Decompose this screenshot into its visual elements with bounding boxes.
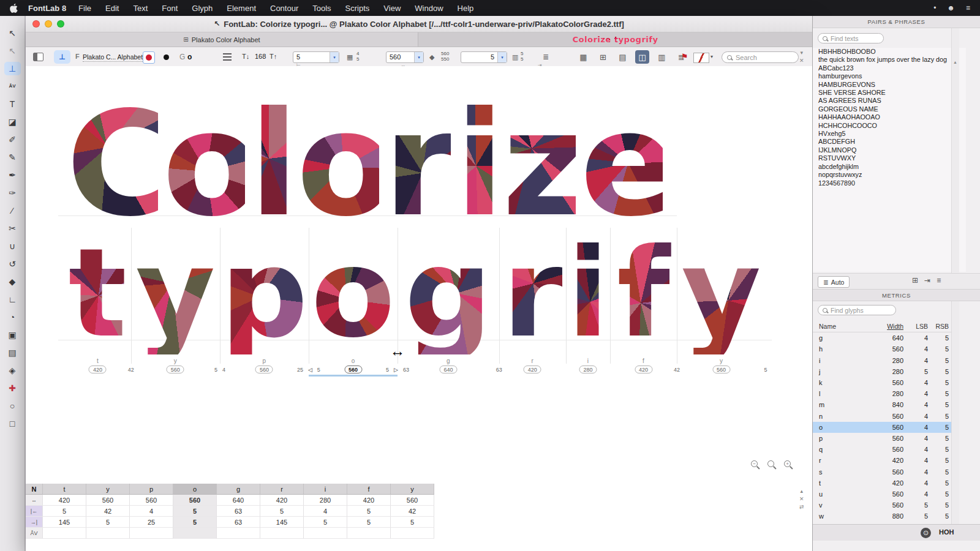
gt-row-t[interactable]: t42045 bbox=[813, 478, 951, 489]
glyph-r-row2[interactable]: r bbox=[499, 232, 566, 354]
menu-view[interactable]: View bbox=[383, 4, 401, 13]
chevron-down-icon[interactable]: ▾ bbox=[330, 52, 339, 62]
sidebar-toggle-icon[interactable] bbox=[33, 53, 43, 61]
bt-value-cell[interactable]: 145 bbox=[43, 517, 86, 528]
window-titlebar[interactable]: ↖ FontLab: Colorize typogri... @ Plakato… bbox=[26, 16, 812, 32]
pages-tool[interactable]: ▤ bbox=[4, 346, 21, 359]
text-size-up-icon[interactable]: T↑ bbox=[270, 53, 277, 60]
zoom-level-combo[interactable]: 5 ▾ bbox=[293, 51, 339, 63]
flag-icon[interactable]: ⚑ bbox=[681, 52, 688, 61]
transform-tool[interactable]: ▣ bbox=[4, 328, 21, 342]
gt-column-header-width[interactable]: Width bbox=[867, 323, 903, 330]
gt-row-j[interactable]: j28055 bbox=[813, 366, 951, 377]
metric-width-badge[interactable]: 560 bbox=[712, 365, 730, 373]
scroll-up-icon[interactable]: ▲ bbox=[953, 60, 957, 64]
phrase-item[interactable]: the quick brown fox jumps over the lazy … bbox=[813, 56, 966, 64]
bt-value-cell[interactable] bbox=[391, 528, 434, 539]
apple-icon[interactable] bbox=[10, 4, 18, 13]
bt-column-header-y[interactable]: y bbox=[391, 484, 434, 495]
pin-tool[interactable]: ✚ bbox=[4, 381, 21, 395]
bt-value-cell[interactable]: 5 bbox=[260, 506, 304, 517]
pencil-tool[interactable]: ✎ bbox=[4, 151, 21, 164]
bt-value-cell[interactable] bbox=[347, 528, 391, 539]
gt-row-q[interactable]: q56045 bbox=[813, 444, 951, 455]
bt-value-cell[interactable]: 5 bbox=[173, 506, 217, 517]
phrase-item[interactable]: HAMBURGEVONS bbox=[813, 81, 966, 89]
glyph-y-row2[interactable]: y bbox=[677, 232, 766, 354]
rectangle-tool[interactable]: □ bbox=[4, 417, 21, 430]
eraser-tool[interactable]: ◪ bbox=[4, 115, 21, 129]
metric-width-badge[interactable]: 560 bbox=[344, 365, 362, 373]
collapse-toolbar-icon[interactable]: ▾ bbox=[801, 50, 804, 56]
close-table-icon[interactable]: ✕ bbox=[799, 497, 804, 502]
layers-icon[interactable]: ≣ bbox=[543, 53, 549, 61]
metric-width-badge[interactable]: 560 bbox=[167, 365, 184, 373]
phrase-item[interactable]: ABCDEFGH bbox=[813, 138, 966, 146]
menu-edit[interactable]: Edit bbox=[105, 4, 119, 13]
phrase-item[interactable]: HVxehg5 bbox=[813, 130, 966, 138]
bt-column-header-t[interactable]: t bbox=[43, 484, 86, 495]
menu-help[interactable]: Help bbox=[458, 4, 474, 13]
glyph-p-row2[interactable]: p bbox=[220, 232, 309, 354]
gt-row-k[interactable]: k56045 bbox=[813, 377, 951, 388]
menu-tools[interactable]: Tools bbox=[312, 4, 331, 13]
secondary-color-swatch[interactable] bbox=[164, 54, 169, 60]
bt-value-cell[interactable]: 420 bbox=[43, 495, 86, 506]
zoom-in-button[interactable]: + bbox=[784, 460, 794, 470]
phrase-item[interactable]: GORGEOUS NAME bbox=[813, 105, 966, 113]
phrase-item[interactable]: RSTUVWXY bbox=[813, 154, 966, 162]
phrase-item[interactable]: nopqrstuvwxyz bbox=[813, 171, 966, 179]
bt-column-header-g[interactable]: g bbox=[217, 484, 260, 495]
left-handle-icon[interactable]: ◁ bbox=[308, 366, 312, 373]
scissors-tool[interactable]: ✂ bbox=[4, 222, 21, 235]
metrics-mode-button[interactable]: ⊥ bbox=[54, 50, 70, 64]
scroll-up-table-icon[interactable]: ▴ bbox=[801, 489, 804, 494]
measure-tool[interactable]: ∟ bbox=[4, 293, 21, 306]
bt-value-cell[interactable]: 5 bbox=[43, 506, 86, 517]
glyph-e-row1[interactable]: e bbox=[580, 92, 663, 236]
phrase-item[interactable]: ABCabc123 bbox=[813, 64, 966, 72]
text-size-down-icon[interactable]: T↓ bbox=[242, 53, 249, 60]
glyph-o-row2[interactable]: o bbox=[309, 232, 398, 354]
bt-value-cell[interactable]: 25 bbox=[130, 517, 173, 528]
bt-value-cell[interactable]: 5 bbox=[173, 517, 217, 528]
preview-eye-button[interactable]: ⊙ bbox=[921, 528, 931, 538]
pen-tool[interactable]: ✒ bbox=[4, 168, 21, 182]
bt-value-cell[interactable]: 5 bbox=[304, 517, 347, 528]
bt-column-header-p[interactable]: p bbox=[130, 484, 173, 495]
tab-plakato-color-alphabet[interactable]: ⊞ Plakato Color Alphabet bbox=[26, 32, 418, 47]
gt-row-g[interactable]: g64045 bbox=[813, 332, 951, 343]
bt-value-cell[interactable]: 5 bbox=[86, 517, 130, 528]
bt-value-cell[interactable] bbox=[130, 528, 173, 539]
glyph-canvas[interactable]: Colorize typogrify t420y560p560o560g640r… bbox=[26, 66, 812, 484]
glyph-l-row1[interactable]: l bbox=[249, 92, 292, 236]
phrase-item[interactable]: SHE VERSE ASHORE bbox=[813, 89, 966, 97]
glyph-r-row1[interactable]: r bbox=[383, 92, 451, 236]
panel-preview-button[interactable]: ▥ bbox=[655, 50, 669, 64]
gt-row-w[interactable]: w88055 bbox=[813, 511, 951, 522]
bt-value-cell[interactable]: 640 bbox=[217, 495, 260, 506]
menu-font[interactable]: Font bbox=[162, 4, 178, 13]
context-toggle-button[interactable]: HOH bbox=[939, 528, 954, 536]
panel-glyph-grid-button[interactable]: ⊞ bbox=[596, 50, 610, 64]
chevron-down-icon[interactable]: ▾ bbox=[414, 52, 423, 62]
bt-column-header-i[interactable]: i bbox=[304, 484, 347, 495]
metric-width-badge[interactable]: 420 bbox=[524, 365, 541, 373]
glyph-C-row1[interactable]: C bbox=[66, 92, 158, 236]
menu-file[interactable]: File bbox=[78, 4, 91, 13]
bt-value-cell[interactable]: 560 bbox=[391, 495, 434, 506]
bt-value-cell[interactable] bbox=[217, 528, 260, 539]
phrase-item[interactable]: HBHHBOHBOOBO bbox=[813, 48, 966, 56]
phrase-item[interactable]: IJKLMNOPQ bbox=[813, 146, 966, 154]
panel-fontmap-button[interactable]: ▦ bbox=[576, 50, 590, 64]
width-combo[interactable]: 560 ▾ bbox=[386, 51, 424, 63]
metrics-tool[interactable]: ⊥ bbox=[4, 62, 21, 75]
bt-value-cell[interactable]: 560 bbox=[86, 495, 130, 506]
font-name-selector[interactable]: Plakato C... Alphabet bbox=[83, 53, 143, 62]
glyph-o-row1[interactable]: o bbox=[296, 92, 379, 236]
bt-value-cell[interactable]: 420 bbox=[347, 495, 391, 506]
direct-select-tool[interactable]: ↖ bbox=[4, 44, 21, 58]
menu-text[interactable]: Text bbox=[133, 4, 148, 13]
close-toolbar-icon[interactable]: ✕ bbox=[799, 58, 804, 64]
panel-list-view-button[interactable]: ▤ bbox=[616, 50, 630, 64]
